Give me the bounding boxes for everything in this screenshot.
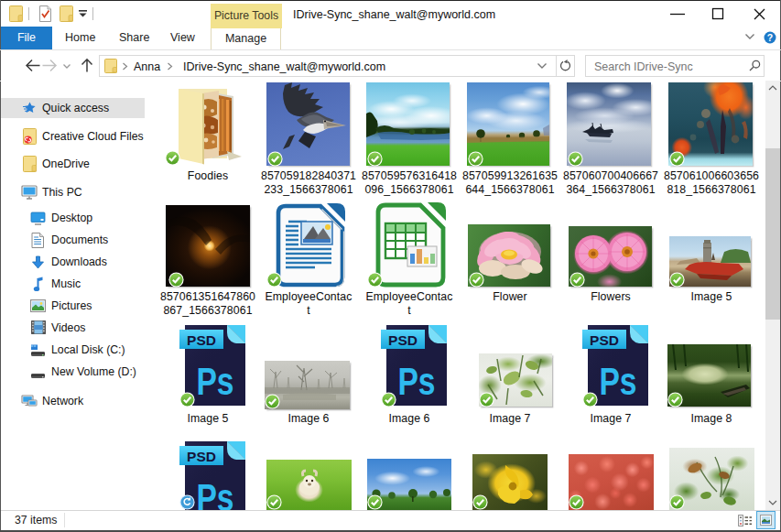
svg-text:Ps: Ps xyxy=(196,476,233,510)
svg-text:PSD: PSD xyxy=(187,332,216,348)
svg-text:PSD: PSD xyxy=(187,449,216,464)
svg-text:Ps: Ps xyxy=(599,360,636,402)
svg-text:Ps: Ps xyxy=(397,360,435,402)
svg-text:?: ? xyxy=(767,32,773,43)
svg-text:PSD: PSD xyxy=(590,332,619,348)
svg-text:Ps: Ps xyxy=(196,360,233,402)
svg-text:PSD: PSD xyxy=(388,332,418,348)
